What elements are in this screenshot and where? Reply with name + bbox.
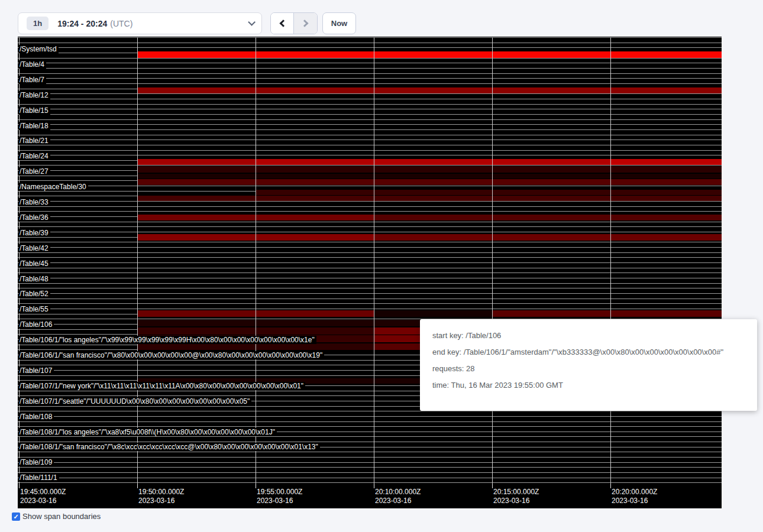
time-gridline	[492, 37, 493, 485]
show-span-boundaries-label[interactable]: Show span boundaries	[22, 512, 101, 521]
span-boundary-line	[18, 63, 722, 63]
span-boundary-line	[18, 309, 722, 309]
key-visualizer-heatmap[interactable]: 19:45:00.000Z2023-03-1619:50:00.000Z2023…	[18, 37, 722, 508]
span-boundary-line	[18, 462, 722, 463]
row-label: /Table/27	[19, 167, 50, 176]
tooltip-requests: requests: 28	[432, 364, 750, 373]
span-boundary-line	[18, 293, 722, 294]
axis-tick	[19, 484, 20, 488]
span-boundary-line	[18, 211, 722, 212]
row-label: /Table/108	[19, 413, 54, 421]
heat-band[interactable]	[492, 310, 722, 317]
chevron-left-icon	[279, 20, 287, 27]
x-axis-label: 19:55:00.000Z2023-03-16	[257, 488, 302, 505]
row-label: /Table/36	[19, 213, 50, 222]
time-range-timezone: (UTC)	[110, 19, 132, 28]
span-boundary-line	[18, 421, 722, 422]
row-label: /NamespaceTable/30	[19, 183, 88, 191]
span-boundary-line	[18, 165, 722, 166]
span-boundary-line	[18, 129, 722, 130]
span-boundary-line	[18, 426, 722, 427]
row-label: /Table/55	[19, 305, 50, 313]
heat-band[interactable]	[137, 159, 256, 165]
row-label: /Table/45	[19, 259, 50, 268]
time-gridline	[137, 37, 138, 485]
span-boundary-line	[18, 452, 722, 452]
span-boundary-line	[18, 482, 722, 483]
x-axis-time: 19:45:00.000Z	[20, 488, 66, 497]
x-axis-time: 19:50:00.000Z	[138, 488, 184, 497]
axis-tick	[374, 484, 374, 488]
span-boundary-line	[18, 442, 722, 442]
heat-band[interactable]	[137, 87, 722, 93]
show-span-boundaries-checkbox[interactable]: ✓	[12, 512, 20, 521]
prev-time-button[interactable]	[271, 13, 294, 34]
time-range-label: 19:24 - 20:24	[57, 19, 107, 28]
span-boundary-line	[18, 268, 722, 268]
row-label: /Table/24	[19, 152, 50, 160]
time-step-buttons	[270, 12, 318, 34]
heat-band[interactable]	[137, 51, 722, 58]
chevron-down-icon	[248, 18, 256, 26]
time-gridline	[374, 37, 374, 485]
now-button[interactable]: Now	[322, 12, 356, 34]
x-axis-time: 20:10:00.000Z	[375, 488, 421, 497]
span-boundary-line	[18, 109, 722, 109]
tooltip-time: time: Thu, 16 Mar 2023 19:55:00 GMT	[432, 381, 750, 390]
heat-band[interactable]	[256, 159, 610, 165]
show-span-boundaries-control: ✓ Show span boundaries	[12, 512, 101, 521]
x-axis-date: 2023-03-16	[257, 497, 302, 505]
span-boundary-line	[18, 472, 722, 473]
span-boundary-line	[18, 145, 722, 145]
x-axis-label: 20:20:00.000Z2023-03-16	[612, 488, 657, 505]
time-range-preset-badge: 1h	[27, 17, 49, 30]
x-axis-date: 2023-03-16	[20, 497, 66, 505]
span-boundary-line	[18, 99, 722, 99]
span-boundary-line	[18, 114, 722, 115]
row-label: /Table/106/1/"los angeles"/"\x99\x99\x99…	[19, 336, 316, 344]
span-boundary-line	[18, 93, 722, 94]
x-axis-label: 19:45:00.000Z2023-03-16	[20, 488, 66, 505]
heat-band[interactable]	[374, 234, 722, 241]
row-label: /Table/52	[19, 290, 50, 298]
span-boundary-line	[18, 222, 722, 222]
heat-band[interactable]	[137, 196, 722, 201]
x-axis-date: 2023-03-16	[375, 497, 421, 505]
heat-band[interactable]	[374, 310, 492, 317]
heat-band[interactable]	[137, 179, 722, 185]
heat-band[interactable]	[610, 159, 722, 165]
span-boundary-line	[18, 467, 722, 468]
row-label: /System/tsd	[19, 45, 59, 53]
heat-band[interactable]	[374, 215, 722, 220]
span-boundary-line	[18, 226, 722, 227]
span-boundary-line	[18, 411, 722, 411]
span-boundary-line	[18, 262, 722, 263]
span-boundary-line	[18, 206, 722, 207]
heat-band[interactable]	[137, 166, 722, 173]
time-range-dropdown[interactable]: 1h 19:24 - 20:24 (UTC)	[18, 12, 262, 34]
span-boundary-line	[18, 83, 722, 84]
time-controls: 1h 19:24 - 20:24 (UTC) Now	[18, 12, 356, 34]
span-boundary-line	[18, 436, 722, 437]
x-axis-label: 19:50:00.000Z2023-03-16	[138, 488, 184, 505]
x-axis-label: 20:15:00.000Z2023-03-16	[493, 488, 539, 505]
axis-tick	[137, 484, 138, 488]
row-label: /Table/42	[19, 244, 50, 252]
span-boundary-line	[18, 288, 722, 288]
span-boundary-line	[18, 73, 722, 74]
row-label: /Table/108/1/"san francisco"/"\x8c\xcc\x…	[19, 443, 320, 451]
next-time-button-disabled[interactable]	[294, 13, 317, 34]
x-axis-date: 2023-03-16	[138, 497, 184, 505]
row-label: /Table/4	[19, 60, 46, 69]
span-boundary-line	[18, 47, 722, 48]
span-boundary-line	[18, 303, 722, 304]
span-boundary-line	[18, 299, 722, 299]
heat-band[interactable]	[137, 174, 722, 179]
span-boundary-line	[18, 273, 722, 273]
row-label: /Table/15	[19, 106, 50, 115]
x-axis-time: 19:55:00.000Z	[257, 488, 302, 497]
key-visualizer-page: { "header": { "preset": "1h", "range_lab…	[0, 0, 763, 532]
row-label: /Table/21	[19, 137, 50, 145]
row-label: /Table/106/1/"san francisco"/"\x80\x00\x…	[19, 351, 324, 359]
heat-band[interactable]	[256, 190, 722, 195]
